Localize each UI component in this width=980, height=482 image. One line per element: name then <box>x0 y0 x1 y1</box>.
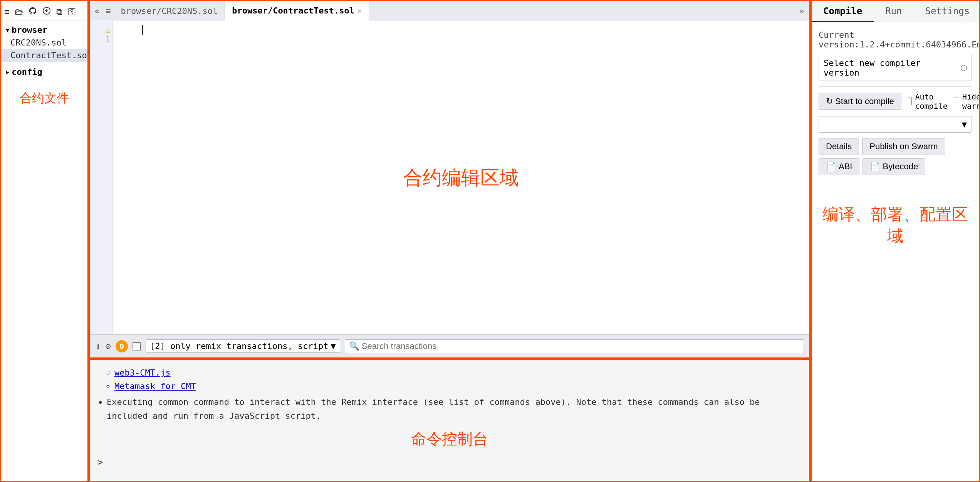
tab-close-icon[interactable]: ✕ <box>357 7 362 15</box>
editor-chinese-label: 合约编辑区域 <box>403 165 519 191</box>
console-area: web3-CMT.js Metamask for CMT Executing c… <box>89 359 811 482</box>
compiler-version-select[interactable]: Select new compiler version ⬡ <box>819 55 972 81</box>
github-icon[interactable] <box>29 7 37 17</box>
key-icon[interactable]: ⚿ <box>68 7 76 17</box>
file-contracttest[interactable]: ContractTest.sol <box>1 49 87 62</box>
console-chinese-label: 命令控制台 <box>97 426 802 451</box>
tab-nav-left[interactable]: « <box>91 6 102 16</box>
search-icon: 🔍 <box>349 341 359 351</box>
line-warning-icon: ⚠ <box>92 25 110 35</box>
contract-dropdown-arrow-icon: ▼ <box>962 120 967 129</box>
right-tabs: Compile Run Settings <box>812 1 979 22</box>
tab-run[interactable]: Run <box>874 1 913 22</box>
right-panel: Compile Run Settings Current version:1.2… <box>811 0 980 482</box>
editor-cursor <box>142 25 143 35</box>
sidebar: ≡ 🗁 ⧉ ⚿ ▾ browser CRC20NS.sol ContractTe… <box>0 0 89 482</box>
error-badge: 0 <box>116 340 128 352</box>
tab-nav-menu[interactable]: ≡ <box>102 6 114 16</box>
metamask-cmt-link[interactable]: Metamask for CMT <box>114 381 196 391</box>
copy-icon[interactable]: ⧉ <box>56 7 62 17</box>
tab-nav-right[interactable]: » <box>795 6 808 16</box>
line-number-1: 1 <box>92 35 110 44</box>
console-link-web3: web3-CMT.js <box>114 366 802 379</box>
filter-arrow-icon: ▼ <box>331 341 336 351</box>
filter-checkbox[interactable] <box>133 342 141 351</box>
editor-body: ⚠ 1 合约编辑区域 <box>90 21 809 334</box>
compile-row: ↻ Start to compile Auto compile Hide war… <box>819 86 972 111</box>
file-crc20ns[interactable]: CRC20NS.sol <box>1 36 87 49</box>
contract-dropdown[interactable]: ▼ <box>819 116 972 133</box>
sidebar-chinese-label: 合约文件 <box>1 90 87 107</box>
tab-settings[interactable]: Settings <box>914 1 980 22</box>
editor-text-area[interactable]: 合约编辑区域 <box>113 21 809 334</box>
editor-area: « ≡ browser/CRC20NS.sol browser/Contract… <box>89 0 811 359</box>
menu-icon[interactable]: ≡ <box>4 7 9 17</box>
right-chinese-label: 编译、部署、配置区域 <box>819 204 972 247</box>
folder-icon[interactable]: 🗁 <box>15 7 23 17</box>
right-content: Current version:1.2.4+commit.64034966.Em… <box>812 22 979 481</box>
scroll-down-icon[interactable]: ⇓ <box>95 341 101 352</box>
line-numbers: ⚠ 1 <box>90 21 113 334</box>
refresh-icon: ↻ <box>826 96 833 106</box>
config-label: config <box>12 67 42 77</box>
auto-compile-checkbox[interactable] <box>907 98 912 105</box>
details-button[interactable]: Details <box>819 138 859 155</box>
transaction-filter-select[interactable]: [2] only remix transactions, script ▼ <box>146 339 340 353</box>
tab-bar: « ≡ browser/CRC20NS.sol browser/Contract… <box>90 1 809 21</box>
publish-on-swarm-button[interactable]: Publish on Swarm <box>862 138 945 155</box>
github2-icon[interactable] <box>42 7 51 17</box>
compile-options: Auto compile Hide warnings <box>907 92 979 111</box>
compiler-version-text: Current version:1.2.4+commit.64034966.Em… <box>819 30 972 49</box>
bottom-bar: ⇓ ⊘ 0 [2] only remix transactions, scrip… <box>90 334 809 357</box>
tab-contracttest[interactable]: browser/ContractTest.sol ✕ <box>225 1 369 21</box>
web3-cmt-link[interactable]: web3-CMT.js <box>114 368 171 378</box>
bytecode-icon: 📄 <box>870 162 880 172</box>
console-prompt[interactable]: > <box>97 455 802 470</box>
search-transactions-bar[interactable]: 🔍 <box>345 339 804 353</box>
bytecode-button[interactable]: 📄 Bytecode <box>863 158 925 175</box>
tab-crc20ns[interactable]: browser/CRC20NS.sol <box>114 1 225 21</box>
sidebar-icon-bar: ≡ 🗁 ⧉ ⚿ <box>1 5 87 20</box>
tab-compile[interactable]: Compile <box>812 1 874 22</box>
browser-section[interactable]: ▾ browser <box>1 24 87 36</box>
console-paragraph: Executing common command to interact wit… <box>107 395 802 422</box>
console-link-metamask: Metamask for CMT <box>114 379 802 393</box>
abi-button[interactable]: 📄 ABI <box>819 158 859 175</box>
config-arrow: ▸ <box>5 67 10 77</box>
abi-icon: 📄 <box>826 162 836 172</box>
compiler-select-arrow-icon: ⬡ <box>960 63 967 72</box>
search-transactions-input[interactable] <box>362 341 800 351</box>
browser-label: browser <box>12 25 47 35</box>
action-buttons: Details Publish on Swarm 📄 ABI 📄 Bytecod… <box>819 138 972 175</box>
browser-arrow: ▾ <box>5 25 10 35</box>
no-error-icon: ⊘ <box>105 341 111 352</box>
start-compile-button[interactable]: ↻ Start to compile <box>819 93 901 110</box>
hide-warnings-checkbox[interactable] <box>954 98 959 105</box>
config-section[interactable]: ▸ config <box>1 66 87 78</box>
